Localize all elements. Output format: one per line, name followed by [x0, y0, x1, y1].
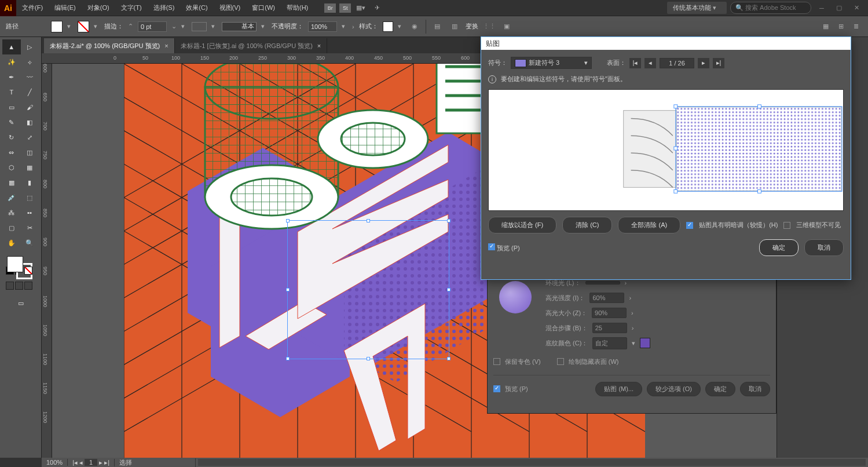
menu-type[interactable]: 文字(T)	[115, 0, 148, 16]
artboard-number[interactable]: 1	[85, 459, 97, 466]
doc-tab-2[interactable]: 未标题-1 [已恢复].ai @ 100% (RGB/GPU 预览) ×	[175, 38, 328, 53]
eyedropper-tool[interactable]: 💉	[2, 190, 21, 205]
tab-close-icon[interactable]: ×	[164, 42, 168, 49]
arrange-icon[interactable]: ▦▾	[354, 2, 367, 14]
draw-normal[interactable]	[6, 282, 14, 290]
menu-edit[interactable]: 编辑(E)	[49, 0, 82, 16]
none-mode[interactable]	[24, 267, 32, 275]
gpu-icon[interactable]: ✈	[371, 2, 383, 14]
lasso-tool[interactable]: ⟡	[21, 54, 39, 70]
line-tool[interactable]: ╱	[21, 85, 39, 100]
surface-page-field[interactable]: 1 / 26	[660, 58, 694, 68]
hilite-size-field[interactable]: 90%	[592, 308, 627, 318]
slice-tool[interactable]: ✂	[21, 220, 39, 235]
scale-to-fit-button[interactable]: 缩放以适合 (F)	[488, 217, 556, 234]
invisible-geometry-checkbox[interactable]	[783, 222, 790, 229]
prev-surface-button[interactable]: ◂	[644, 58, 656, 68]
workspace-switcher[interactable]: 传统基本功能 ▾	[667, 2, 727, 14]
hilite-int-field[interactable]: 60%	[589, 293, 624, 303]
cancel-button-3d[interactable]: 取消	[740, 382, 770, 396]
symbol-sprayer-tool[interactable]: ⁂	[2, 205, 21, 220]
fill-stroke-swatches[interactable]	[2, 254, 39, 282]
mesh-tool[interactable]: ▩	[2, 175, 21, 190]
screen-mode[interactable]: ▭	[2, 295, 39, 311]
blend-field[interactable]: 25	[592, 323, 627, 333]
first-surface-button[interactable]: |◂	[629, 58, 641, 68]
rotate-tool[interactable]: ↻	[2, 130, 21, 145]
opacity-input[interactable]	[308, 21, 337, 32]
menu-window[interactable]: 窗口(W)	[246, 0, 281, 16]
menu-file[interactable]: 文件(F)	[16, 0, 49, 16]
ctrl-menu-icon[interactable]: ≣	[849, 20, 862, 33]
ambient-field[interactable]	[585, 281, 620, 284]
gstyle-dd[interactable]: ▾	[398, 23, 404, 30]
shaper-tool[interactable]: ✎	[2, 115, 21, 130]
vsp-dd[interactable]: ▾	[211, 23, 217, 30]
transform-icon[interactable]: ⋮⋮	[483, 20, 496, 33]
next-artboard-icon[interactable]: ▸	[99, 459, 102, 466]
gstyle-swatch[interactable]	[383, 21, 393, 32]
ok-button-3d[interactable]: 确定	[705, 382, 735, 396]
magic-wand-tool[interactable]: ✨	[2, 54, 21, 70]
align-icon[interactable]: ▤	[431, 20, 444, 33]
column-graph-tool[interactable]: ▪▪	[21, 205, 39, 220]
menu-view[interactable]: 视图(V)	[214, 0, 247, 16]
dialog-cancel-button[interactable]: 取消	[804, 239, 844, 256]
fill-color[interactable]	[7, 256, 23, 272]
prev-artboard-icon[interactable]: ◂	[79, 459, 83, 466]
blend-tool[interactable]: ⬚	[21, 190, 39, 205]
width-tool[interactable]: ⇔	[2, 145, 21, 160]
align2-icon[interactable]: ▥	[448, 20, 461, 33]
tab-close-icon[interactable]: ×	[317, 42, 321, 49]
dialog-preview-checkbox[interactable]	[488, 243, 495, 250]
bridge-icon[interactable]: Br	[324, 3, 336, 13]
stroke-swatch[interactable]	[78, 21, 89, 32]
selection-bounding-box[interactable]	[287, 220, 449, 359]
next-surface-button[interactable]: ▸	[698, 58, 709, 68]
menu-object[interactable]: 对象(O)	[82, 0, 115, 16]
artboard-tool[interactable]: ▢	[2, 220, 21, 235]
ctrl-icon-2[interactable]: ⊞	[834, 20, 847, 33]
fill-dropdown[interactable]: ▾	[67, 23, 73, 30]
menu-help[interactable]: 帮助(H)	[281, 0, 314, 16]
minimize-button[interactable]: ─	[815, 2, 829, 14]
shade-artwork-checkbox[interactable]	[686, 222, 693, 229]
map-art-button[interactable]: 贴图 (M)...	[595, 382, 642, 396]
type-tool[interactable]: T	[2, 85, 21, 100]
preview-checkbox[interactable]	[493, 385, 500, 392]
stroke-dropdown[interactable]: ▾	[94, 23, 100, 30]
shape-builder-tool[interactable]: ⬡	[2, 160, 21, 175]
light-sphere[interactable]	[499, 281, 532, 313]
stroke-weight-dd[interactable]: ▾	[181, 23, 187, 30]
scale-tool[interactable]: ⤢	[21, 130, 39, 145]
gradient-tool[interactable]: ▮	[21, 175, 39, 190]
hidden-surface-checkbox[interactable]	[557, 358, 564, 365]
hand-tool[interactable]: ✋	[2, 235, 21, 250]
restore-button[interactable]: ▢	[832, 2, 846, 14]
zoom-tool[interactable]: 🔍	[21, 235, 39, 250]
draw-inside[interactable]	[24, 282, 32, 290]
vsp-icon[interactable]	[192, 22, 207, 31]
brush-def-icon[interactable]: 基本	[222, 22, 257, 31]
shade-color-swatch[interactable]	[640, 338, 650, 348]
rectangle-tool[interactable]: ▭	[2, 100, 21, 115]
close-button[interactable]: ✕	[849, 2, 863, 14]
perspective-tool[interactable]: ▦	[21, 160, 39, 175]
selection-tool[interactable]: ▲	[2, 39, 21, 54]
ctrl-icon-1[interactable]: ▦	[819, 20, 832, 33]
symbol-dropdown[interactable]: 新建符号 3 ▾	[511, 57, 592, 69]
isolate-icon[interactable]: ▣	[500, 20, 513, 33]
clear-button[interactable]: 清除 (C)	[562, 217, 612, 234]
recolor-icon[interactable]: ◉	[408, 20, 421, 33]
stock-icon[interactable]: St	[339, 3, 351, 13]
draw-behind[interactable]	[15, 282, 23, 290]
eraser-tool[interactable]: ◧	[21, 115, 39, 130]
doc-tab-1[interactable]: 未标题-2.ai* @ 100% (RGB/GPU 预览) ×	[44, 38, 175, 53]
brush-dd[interactable]: ▾	[261, 23, 267, 30]
h-scrollbar[interactable]	[198, 459, 866, 466]
map-preview[interactable]	[488, 89, 844, 211]
last-artboard-icon[interactable]: ▸|	[104, 459, 109, 466]
zoom-level[interactable]: 100%	[42, 459, 68, 466]
menu-select[interactable]: 选择(S)	[148, 0, 181, 16]
shade-field[interactable]: 自定	[592, 337, 627, 349]
